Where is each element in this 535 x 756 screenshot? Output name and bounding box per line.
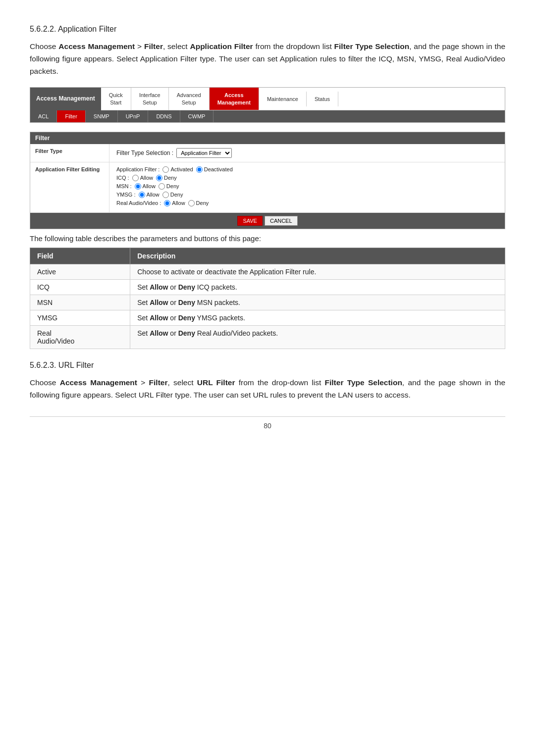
save-button[interactable]: SAVE [237, 216, 263, 226]
ymsg-allow-label[interactable]: Allow [139, 192, 160, 198]
msn-label: MSN : [116, 183, 132, 189]
table-row: RealAudio/Video Set Allow or Deny Real A… [30, 325, 505, 349]
nav-tab-snmp[interactable]: SNMP [86, 110, 118, 122]
ymsg-row: YMSG : Allow Deny [116, 192, 233, 198]
section-heading-2: 5.6.2.3. URL Filter [30, 361, 505, 370]
icq-deny-radio[interactable] [156, 175, 162, 181]
filter-type-row: Filter Type Filter Type Selection : Appl… [30, 144, 505, 162]
filter-footer: SAVE CANCEL [30, 213, 505, 229]
nav-tab-ddns[interactable]: DDNS [148, 110, 180, 122]
filter-type-label: Filter Type [30, 144, 109, 162]
table-row: ICQ Set Allow or Deny ICQ packets. [30, 279, 505, 295]
nav-link-maintenance[interactable]: Maintenance [259, 92, 307, 106]
app-filter-label: Application Filter : [116, 166, 160, 172]
table-row: MSN Set Allow or Deny MSN packets. [30, 295, 505, 310]
ymsg-label: YMSG : [116, 192, 136, 198]
real-allow-radio[interactable] [164, 200, 170, 206]
nav-container: Access Management QuickStart InterfaceSe… [30, 87, 505, 123]
app-filter-editing-label: Application Filter Editing [30, 162, 109, 212]
activated-radio[interactable] [162, 166, 169, 173]
description-table: Field Description Active Choose to activ… [30, 248, 505, 349]
table-row: YMSG Set Allow or Deny YMSG packets. [30, 310, 505, 325]
icq-deny-label[interactable]: Deny [156, 175, 177, 181]
nav-link-status[interactable]: Status [307, 92, 338, 106]
table-intro: The following table describes the parame… [30, 234, 505, 243]
msn-allow-radio[interactable] [135, 183, 141, 190]
msn-allow-label[interactable]: Allow [135, 183, 156, 190]
nav-tab-upnp[interactable]: UPnP [118, 110, 149, 122]
real-audio-row: Real Audio/Video : Allow Deny [116, 200, 233, 206]
nav-tab-filter[interactable]: Filter [57, 110, 85, 122]
nav-top-row: Access Management QuickStart InterfaceSe… [30, 88, 505, 110]
filter-panel: Filter Filter Type Filter Type Selection… [30, 132, 505, 229]
icq-allow-label[interactable]: Allow [132, 175, 153, 181]
section-heading-1: 5.6.2.2. Application Filter [30, 25, 505, 34]
activated-label[interactable]: Activated [162, 166, 193, 173]
col-header-field: Field [30, 248, 130, 264]
field-real: RealAudio/Video [30, 325, 130, 349]
desc-icq: Set Allow or Deny ICQ packets. [130, 279, 505, 295]
real-deny-radio[interactable] [188, 200, 195, 206]
desc-ymsg: Set Allow or Deny YMSG packets. [130, 310, 505, 325]
nav-link-advanced[interactable]: AdvancedSetup [169, 88, 210, 110]
nav-link-quickstart[interactable]: QuickStart [101, 88, 131, 110]
col-header-desc: Description [130, 248, 505, 264]
field-ymsg: YMSG [30, 310, 130, 325]
msn-deny-radio[interactable] [159, 183, 165, 190]
icq-row: ICQ : Allow Deny [116, 175, 233, 181]
nav-tab-cwmp[interactable]: CWMP [180, 110, 214, 122]
ymsg-deny-label[interactable]: Deny [162, 192, 183, 198]
app-filter-editing-content: Application Filter : Activated Deactivat… [109, 162, 240, 212]
nav-tab-acl[interactable]: ACL [30, 110, 57, 122]
section-2-paragraph: Choose Access Management > Filter, selec… [30, 377, 505, 402]
filter-panel-header: Filter [30, 132, 505, 144]
real-audio-label: Real Audio/Video : [116, 200, 161, 206]
nav-brand: Access Management [30, 88, 101, 110]
table-row: Active Choose to activate or deactivate … [30, 264, 505, 279]
app-filter-editing-row: Application Filter Editing Application F… [30, 162, 505, 213]
nav-link-interface[interactable]: InterfaceSetup [131, 88, 169, 110]
msn-deny-label[interactable]: Deny [159, 183, 179, 190]
desc-active: Choose to activate or deactivate the App… [130, 264, 505, 279]
nav-top-links: QuickStart InterfaceSetup AdvancedSetup … [101, 88, 505, 110]
real-allow-label[interactable]: Allow [164, 200, 185, 206]
field-msn: MSN [30, 295, 130, 310]
field-active: Active [30, 264, 130, 279]
ymsg-allow-radio[interactable] [139, 192, 145, 198]
desc-real: Set Allow or Deny Real Audio/Video packe… [130, 325, 505, 349]
ymsg-deny-radio[interactable] [162, 192, 169, 198]
filter-type-select[interactable]: Application Filter URL Filter [176, 148, 232, 158]
desc-msn: Set Allow or Deny MSN packets. [130, 295, 505, 310]
section-1-paragraph: Choose Access Management > Filter, selec… [30, 41, 505, 77]
deactivated-radio[interactable] [196, 166, 203, 173]
cancel-button[interactable]: CANCEL [265, 216, 298, 226]
app-filter-radio-row: Application Filter : Activated Deactivat… [116, 166, 233, 173]
page-number: 80 [30, 416, 505, 430]
deactivated-label[interactable]: Deactivated [196, 166, 233, 173]
field-icq: ICQ [30, 279, 130, 295]
nav-bottom-row: ACL Filter SNMP UPnP DDNS CWMP [30, 110, 505, 122]
icq-allow-radio[interactable] [132, 175, 139, 181]
real-deny-label[interactable]: Deny [188, 200, 209, 206]
filter-type-content: Filter Type Selection : Application Filt… [109, 144, 239, 162]
msn-row: MSN : Allow Deny [116, 183, 233, 190]
nav-link-access[interactable]: AccessManagement [210, 88, 259, 110]
icq-label: ICQ : [116, 175, 129, 181]
